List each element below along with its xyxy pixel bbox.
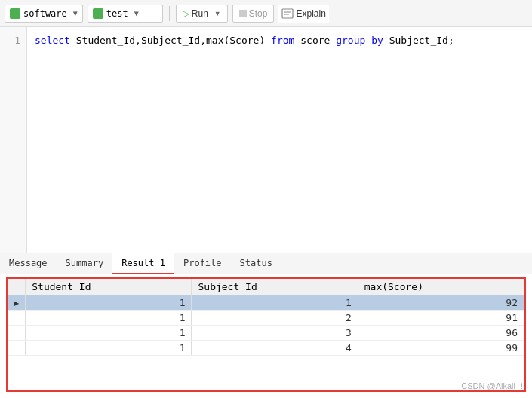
svg-rect-0 (282, 9, 293, 18)
run-label: Run (192, 8, 208, 19)
tab-profile-label: Profile (183, 258, 222, 268)
row-indicator (8, 341, 26, 356)
tab-result1-label: Result 1 (121, 258, 165, 268)
db-selector[interactable]: software ▼ (5, 5, 83, 23)
cell-student_id: 1 (26, 341, 192, 356)
cell-subject_id: 4 (192, 341, 358, 356)
cell-max_score: 99 (358, 341, 524, 356)
stop-button[interactable]: Stop (232, 5, 275, 23)
tab-status[interactable]: Status (231, 253, 281, 274)
run-icon: ▷ (183, 8, 189, 19)
tabs-bar: Message Summary Result 1 Profile Status (0, 253, 532, 274)
results-wrapper: Student_Id Subject_Id max(Score) ▶119212… (0, 274, 532, 395)
watermark: CSDN @Alkali ！ (461, 381, 526, 392)
cell-student_id: 1 (26, 295, 192, 311)
row-indicator (8, 326, 26, 341)
col-subject-id: Subject_Id (192, 279, 358, 295)
tab-message[interactable]: Message (0, 253, 57, 274)
run-button[interactable]: ▷ Run ▼ (176, 5, 228, 23)
db-icon (10, 8, 20, 19)
tab-message-label: Message (9, 258, 48, 268)
explain-label: Explain (296, 8, 325, 19)
explain-icon (281, 8, 294, 20)
cell-student_id: 1 (26, 311, 192, 326)
line-number-1: 1 (6, 33, 20, 48)
results-area: Student_Id Subject_Id max(Score) ▶119212… (6, 277, 526, 392)
stop-icon (239, 10, 247, 17)
table-row[interactable]: ▶1192 (8, 295, 524, 311)
table-selector-arrow: ▼ (134, 9, 139, 17)
editor-area: 1 select Student_Id,Subject_Id,max(Score… (0, 27, 532, 253)
toolbar: software ▼ test ▼ ▷ Run ▼ Stop Explain (0, 0, 532, 27)
cell-subject_id: 1 (192, 295, 358, 311)
row-indicator: ▶ (8, 295, 26, 311)
table-header-row: Student_Id Subject_Id max(Score) (8, 279, 524, 295)
stop-label: Stop (249, 8, 268, 19)
cell-subject_id: 2 (192, 311, 358, 326)
col-max-score: max(Score) (358, 279, 524, 295)
table-icon (93, 8, 103, 19)
cell-subject_id: 3 (192, 326, 358, 341)
cell-max_score: 92 (358, 295, 524, 311)
table-row[interactable]: 1291 (8, 311, 524, 326)
cell-max_score: 96 (358, 326, 524, 341)
cell-student_id: 1 (26, 326, 192, 341)
db-selector-arrow: ▼ (73, 9, 78, 17)
toolbar-divider (169, 6, 170, 21)
tab-profile[interactable]: Profile (174, 253, 231, 274)
table-row[interactable]: 1396 (8, 326, 524, 341)
table-row[interactable]: 1499 (8, 341, 524, 356)
table-selector-label: test (106, 8, 128, 19)
results-table: Student_Id Subject_Id max(Score) ▶119212… (8, 279, 524, 356)
col-student-id: Student_Id (26, 279, 192, 295)
row-indicator-header (8, 279, 26, 295)
results-tbody: ▶1192129113961499 (8, 295, 524, 356)
tab-result1[interactable]: Result 1 (112, 253, 174, 274)
tab-summary[interactable]: Summary (57, 253, 113, 274)
run-dropdown-arrow[interactable]: ▼ (211, 5, 221, 22)
line-numbers: 1 (0, 27, 27, 253)
cell-max_score: 91 (358, 311, 524, 326)
db-selector-label: software (23, 8, 67, 19)
explain-button[interactable]: Explain (278, 5, 328, 23)
table-selector[interactable]: test ▼ (88, 5, 163, 23)
code-editor[interactable]: select Student_Id,Subject_Id,max(Score) … (27, 27, 532, 253)
row-indicator (8, 311, 26, 326)
tab-status-label: Status (240, 258, 272, 268)
tab-summary-label: Summary (66, 258, 104, 268)
